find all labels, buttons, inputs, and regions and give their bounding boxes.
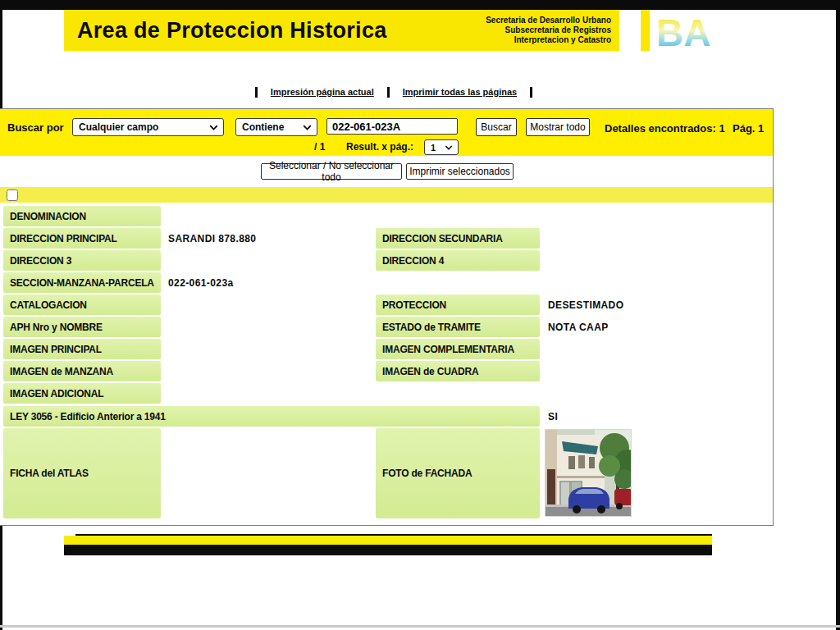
field-label-cell: DIRECCION 3 (3, 250, 161, 271)
field-label: ESTADO de TRAMITE (382, 322, 481, 333)
field-label: DIRECCION SECUNDARIA (382, 233, 503, 244)
field-label: PROTECCION (382, 299, 446, 311)
record-select-checkbox[interactable] (7, 189, 18, 201)
field-label: IMAGEN de CUADRA (382, 366, 478, 377)
field-value: NOTA CAAP (548, 317, 609, 337)
field-label: IMAGEN PRINCIPAL (10, 344, 102, 355)
org-line: Secretaria de Desarrollo Urbano (486, 16, 611, 25)
details-found-text: Detalles encontrados: 1 (605, 122, 725, 135)
right-frame-edge (836, 0, 840, 630)
buscar-button[interactable]: Buscar (476, 118, 517, 136)
field-label: FOTO de FACHADA (382, 468, 472, 479)
bottom-yellow-bar (64, 536, 712, 545)
app-header: Area de Proteccion Historica Secretaria … (64, 10, 619, 51)
field-label-cell: CATALOGACION (3, 294, 161, 315)
field-label: DENOMINACION (10, 211, 86, 222)
results-per-page-label: Result. x pág.: (346, 141, 413, 153)
print-current-page-link[interactable]: Impresión página actual (271, 87, 374, 97)
page-indicator: Pág. 1 (733, 122, 764, 135)
search-query-input[interactable] (326, 118, 458, 135)
results-per-page-selected: 1 (431, 143, 436, 153)
print-links-bar: Impresión página actual Imprimir todas l… (0, 84, 788, 99)
field-label-cell: DIRECCION SECUNDARIA (376, 228, 540, 249)
page-fraction-text: / 1 (314, 141, 325, 153)
field-label: DIRECCION PRINCIPAL (10, 233, 117, 244)
field-label-cell: IMAGEN PRINCIPAL (3, 339, 161, 359)
field-label: DIRECCION 4 (382, 255, 444, 267)
ley-3056-value: SI (548, 406, 558, 427)
record-selector-band (0, 187, 773, 203)
mostrar-todo-button[interactable]: Mostrar todo (526, 118, 590, 136)
field-label-cell: SECCION-MANZANA-PARCELA (3, 272, 161, 293)
field-label: DIRECCION 3 (10, 255, 71, 267)
ley-3056-label-cell: LEY 3056 - Edificio Anterior a 1941 (3, 406, 540, 427)
foto-fachada-label-cell: FOTO de FACHADA (376, 428, 540, 518)
field-label-cell: IMAGEN ADICIONAL (3, 383, 161, 404)
print-selected-button[interactable]: Imprimir seleccionados (406, 163, 514, 180)
field-label-cell: DIRECCION 4 (376, 250, 540, 271)
search-by-label: Buscar por (7, 121, 64, 134)
results-per-page-select[interactable]: 1 (424, 139, 459, 155)
chevron-down-icon (209, 125, 218, 130)
chevron-down-icon (303, 125, 312, 130)
field-label-cell: PROTECCION (376, 294, 540, 315)
print-all-pages-link[interactable]: Imprimir todas las páginas (403, 87, 517, 97)
search-field-selected: Cualquier campo (79, 121, 158, 133)
field-label-cell: IMAGEN de MANZANA (3, 361, 161, 381)
header-divider-stripe (641, 10, 650, 51)
field-label: IMAGEN de MANZANA (10, 366, 113, 377)
app-screen: Area de Proteccion Historica Secretaria … (0, 0, 840, 630)
field-label: IMAGEN ADICIONAL (10, 388, 103, 399)
field-label-cell: DENOMINACION (3, 206, 161, 226)
org-text: Secretaria de Desarrollo Urbano Subsecre… (486, 16, 611, 45)
field-label: FICHA del ATLAS (10, 468, 89, 479)
chevron-down-icon (445, 145, 453, 150)
field-label-cell: DIRECCION PRINCIPAL (3, 228, 161, 249)
field-label: IMAGEN COMPLEMENTARIA (382, 344, 514, 355)
field-label: CATALOGACION (10, 299, 87, 311)
field-value: 022-061-023a (168, 272, 234, 293)
field-label: SECCION-MANZANA-PARCELA (10, 277, 154, 289)
bottom-frame-edge (0, 625, 840, 628)
bottom-black-bar (64, 545, 712, 555)
search-operator-selected: Contiene (242, 121, 284, 133)
separator-bar (255, 87, 258, 98)
field-label-cell: IMAGEN de CUADRA (376, 361, 540, 381)
separator-bar (387, 87, 390, 98)
search-field-select[interactable]: Cualquier campo (72, 118, 224, 136)
search-operator-select[interactable]: Contiene (235, 118, 317, 136)
field-label-cell: APH Nro y NOMBRE (3, 317, 161, 337)
field-value: SARANDI 878.880 (168, 228, 256, 249)
ba-logo: BA (653, 10, 719, 52)
org-line: Subsecretaria de Registros (486, 25, 611, 35)
select-all-button[interactable]: Seleccionar / No seleccionar todo (261, 163, 402, 180)
ficha-atlas-label-cell: FICHA del ATLAS (3, 428, 161, 518)
ba-logo-text: BA (656, 11, 710, 52)
field-label: LEY 3056 - Edificio Anterior a 1941 (10, 411, 166, 422)
field-value: DESESTIMADO (548, 294, 623, 315)
top-black-bar (0, 0, 840, 10)
separator-bar (530, 87, 532, 98)
field-label: APH Nro y NOMBRE (10, 322, 103, 333)
page-title: Area de Proteccion Historica (77, 18, 387, 43)
facade-photo[interactable] (545, 429, 632, 517)
field-label-cell: IMAGEN COMPLEMENTARIA (376, 339, 540, 359)
field-label-cell: ESTADO de TRAMITE (376, 317, 540, 337)
org-line: Interpretacion y Catastro (486, 35, 611, 45)
